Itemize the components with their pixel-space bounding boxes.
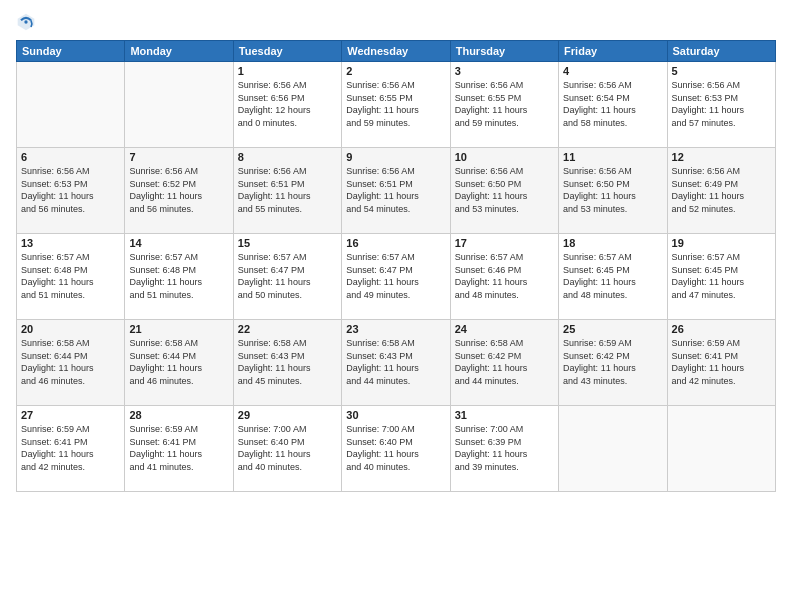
day-number: 28: [129, 409, 228, 421]
day-info: Sunrise: 6:56 AM Sunset: 6:49 PM Dayligh…: [672, 165, 771, 215]
day-number: 10: [455, 151, 554, 163]
header: [16, 12, 776, 32]
calendar-week-row: 13Sunrise: 6:57 AM Sunset: 6:48 PM Dayli…: [17, 234, 776, 320]
day-number: 24: [455, 323, 554, 335]
calendar-cell: 7Sunrise: 6:56 AM Sunset: 6:52 PM Daylig…: [125, 148, 233, 234]
calendar-cell: 11Sunrise: 6:56 AM Sunset: 6:50 PM Dayli…: [559, 148, 667, 234]
day-number: 9: [346, 151, 445, 163]
day-info: Sunrise: 7:00 AM Sunset: 6:40 PM Dayligh…: [346, 423, 445, 473]
calendar-cell: 15Sunrise: 6:57 AM Sunset: 6:47 PM Dayli…: [233, 234, 341, 320]
day-info: Sunrise: 6:56 AM Sunset: 6:54 PM Dayligh…: [563, 79, 662, 129]
day-number: 23: [346, 323, 445, 335]
calendar-week-row: 27Sunrise: 6:59 AM Sunset: 6:41 PM Dayli…: [17, 406, 776, 492]
logo-icon: [16, 12, 36, 32]
day-number: 25: [563, 323, 662, 335]
day-info: Sunrise: 7:00 AM Sunset: 6:40 PM Dayligh…: [238, 423, 337, 473]
day-number: 27: [21, 409, 120, 421]
day-number: 18: [563, 237, 662, 249]
calendar-cell: 4Sunrise: 6:56 AM Sunset: 6:54 PM Daylig…: [559, 62, 667, 148]
weekday-header: Sunday: [17, 41, 125, 62]
day-number: 16: [346, 237, 445, 249]
day-info: Sunrise: 6:57 AM Sunset: 6:48 PM Dayligh…: [129, 251, 228, 301]
calendar-cell: 1Sunrise: 6:56 AM Sunset: 6:56 PM Daylig…: [233, 62, 341, 148]
page: SundayMondayTuesdayWednesdayThursdayFrid…: [0, 0, 792, 612]
day-info: Sunrise: 6:56 AM Sunset: 6:53 PM Dayligh…: [672, 79, 771, 129]
day-number: 20: [21, 323, 120, 335]
calendar-cell: [667, 406, 775, 492]
weekday-header: Thursday: [450, 41, 558, 62]
calendar-cell: 26Sunrise: 6:59 AM Sunset: 6:41 PM Dayli…: [667, 320, 775, 406]
calendar-cell: [125, 62, 233, 148]
calendar-cell: 14Sunrise: 6:57 AM Sunset: 6:48 PM Dayli…: [125, 234, 233, 320]
calendar-body: 1Sunrise: 6:56 AM Sunset: 6:56 PM Daylig…: [17, 62, 776, 492]
day-info: Sunrise: 7:00 AM Sunset: 6:39 PM Dayligh…: [455, 423, 554, 473]
day-number: 30: [346, 409, 445, 421]
calendar-cell: 29Sunrise: 7:00 AM Sunset: 6:40 PM Dayli…: [233, 406, 341, 492]
day-number: 15: [238, 237, 337, 249]
day-info: Sunrise: 6:57 AM Sunset: 6:45 PM Dayligh…: [563, 251, 662, 301]
logo: [16, 12, 40, 32]
svg-point-0: [24, 20, 27, 23]
day-info: Sunrise: 6:58 AM Sunset: 6:42 PM Dayligh…: [455, 337, 554, 387]
day-info: Sunrise: 6:56 AM Sunset: 6:51 PM Dayligh…: [238, 165, 337, 215]
day-number: 11: [563, 151, 662, 163]
day-info: Sunrise: 6:58 AM Sunset: 6:43 PM Dayligh…: [238, 337, 337, 387]
day-number: 2: [346, 65, 445, 77]
calendar-week-row: 1Sunrise: 6:56 AM Sunset: 6:56 PM Daylig…: [17, 62, 776, 148]
calendar-cell: 5Sunrise: 6:56 AM Sunset: 6:53 PM Daylig…: [667, 62, 775, 148]
weekday-header: Saturday: [667, 41, 775, 62]
day-info: Sunrise: 6:57 AM Sunset: 6:46 PM Dayligh…: [455, 251, 554, 301]
calendar-cell: 17Sunrise: 6:57 AM Sunset: 6:46 PM Dayli…: [450, 234, 558, 320]
calendar-cell: 22Sunrise: 6:58 AM Sunset: 6:43 PM Dayli…: [233, 320, 341, 406]
day-number: 8: [238, 151, 337, 163]
calendar-cell: [559, 406, 667, 492]
calendar-cell: 13Sunrise: 6:57 AM Sunset: 6:48 PM Dayli…: [17, 234, 125, 320]
day-number: 6: [21, 151, 120, 163]
weekday-header: Wednesday: [342, 41, 450, 62]
calendar-cell: 2Sunrise: 6:56 AM Sunset: 6:55 PM Daylig…: [342, 62, 450, 148]
day-number: 5: [672, 65, 771, 77]
calendar-week-row: 6Sunrise: 6:56 AM Sunset: 6:53 PM Daylig…: [17, 148, 776, 234]
day-info: Sunrise: 6:59 AM Sunset: 6:41 PM Dayligh…: [129, 423, 228, 473]
day-number: 31: [455, 409, 554, 421]
day-info: Sunrise: 6:57 AM Sunset: 6:47 PM Dayligh…: [238, 251, 337, 301]
day-info: Sunrise: 6:59 AM Sunset: 6:41 PM Dayligh…: [672, 337, 771, 387]
calendar-cell: 19Sunrise: 6:57 AM Sunset: 6:45 PM Dayli…: [667, 234, 775, 320]
day-number: 13: [21, 237, 120, 249]
calendar-header: SundayMondayTuesdayWednesdayThursdayFrid…: [17, 41, 776, 62]
calendar-cell: 20Sunrise: 6:58 AM Sunset: 6:44 PM Dayli…: [17, 320, 125, 406]
calendar-cell: 23Sunrise: 6:58 AM Sunset: 6:43 PM Dayli…: [342, 320, 450, 406]
day-info: Sunrise: 6:58 AM Sunset: 6:44 PM Dayligh…: [129, 337, 228, 387]
weekday-header: Monday: [125, 41, 233, 62]
calendar-cell: [17, 62, 125, 148]
weekday-header: Friday: [559, 41, 667, 62]
day-number: 21: [129, 323, 228, 335]
day-info: Sunrise: 6:59 AM Sunset: 6:42 PM Dayligh…: [563, 337, 662, 387]
day-info: Sunrise: 6:56 AM Sunset: 6:55 PM Dayligh…: [346, 79, 445, 129]
calendar-cell: 16Sunrise: 6:57 AM Sunset: 6:47 PM Dayli…: [342, 234, 450, 320]
day-info: Sunrise: 6:56 AM Sunset: 6:55 PM Dayligh…: [455, 79, 554, 129]
calendar-cell: 18Sunrise: 6:57 AM Sunset: 6:45 PM Dayli…: [559, 234, 667, 320]
calendar-cell: 30Sunrise: 7:00 AM Sunset: 6:40 PM Dayli…: [342, 406, 450, 492]
calendar-cell: 24Sunrise: 6:58 AM Sunset: 6:42 PM Dayli…: [450, 320, 558, 406]
day-info: Sunrise: 6:57 AM Sunset: 6:48 PM Dayligh…: [21, 251, 120, 301]
day-info: Sunrise: 6:58 AM Sunset: 6:43 PM Dayligh…: [346, 337, 445, 387]
day-number: 19: [672, 237, 771, 249]
day-info: Sunrise: 6:57 AM Sunset: 6:45 PM Dayligh…: [672, 251, 771, 301]
day-info: Sunrise: 6:59 AM Sunset: 6:41 PM Dayligh…: [21, 423, 120, 473]
calendar-cell: 27Sunrise: 6:59 AM Sunset: 6:41 PM Dayli…: [17, 406, 125, 492]
day-info: Sunrise: 6:56 AM Sunset: 6:53 PM Dayligh…: [21, 165, 120, 215]
calendar-table: SundayMondayTuesdayWednesdayThursdayFrid…: [16, 40, 776, 492]
day-number: 26: [672, 323, 771, 335]
day-info: Sunrise: 6:56 AM Sunset: 6:56 PM Dayligh…: [238, 79, 337, 129]
day-number: 14: [129, 237, 228, 249]
day-number: 3: [455, 65, 554, 77]
weekday-row: SundayMondayTuesdayWednesdayThursdayFrid…: [17, 41, 776, 62]
day-info: Sunrise: 6:58 AM Sunset: 6:44 PM Dayligh…: [21, 337, 120, 387]
day-info: Sunrise: 6:56 AM Sunset: 6:50 PM Dayligh…: [455, 165, 554, 215]
day-info: Sunrise: 6:56 AM Sunset: 6:50 PM Dayligh…: [563, 165, 662, 215]
calendar-cell: 28Sunrise: 6:59 AM Sunset: 6:41 PM Dayli…: [125, 406, 233, 492]
day-info: Sunrise: 6:57 AM Sunset: 6:47 PM Dayligh…: [346, 251, 445, 301]
calendar-week-row: 20Sunrise: 6:58 AM Sunset: 6:44 PM Dayli…: [17, 320, 776, 406]
day-info: Sunrise: 6:56 AM Sunset: 6:52 PM Dayligh…: [129, 165, 228, 215]
